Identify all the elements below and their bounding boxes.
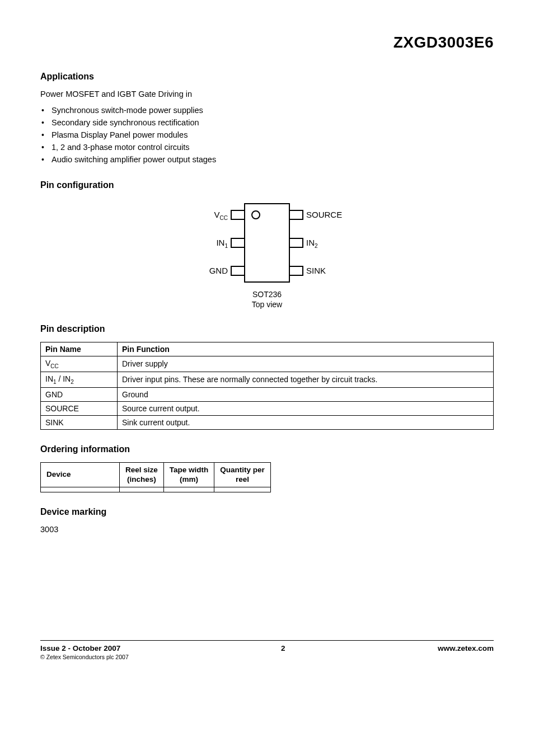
ordering-col-device: Device [41, 462, 120, 487]
pin-config-svg: VCC IN1 GND SOURCE IN2 SINK [183, 198, 351, 288]
svg-point-1 [252, 211, 260, 219]
ordering-col-tape: Tape width(mm) [163, 462, 214, 487]
svg-rect-2 [231, 210, 245, 219]
applications-intro: Power MOSFET and IGBT Gate Driving in [40, 90, 494, 98]
pin-func: Driver input pins. These are normally co… [118, 372, 494, 387]
svg-rect-5 [289, 210, 303, 219]
table-row: GND Ground [41, 387, 494, 401]
marking-heading: Device marking [40, 507, 494, 517]
ordering-heading: Ordering information [40, 444, 494, 454]
svg-rect-4 [231, 266, 245, 275]
table-row [41, 487, 271, 492]
list-item: Synchronous switch-mode power supplies [40, 104, 494, 116]
svg-rect-3 [231, 238, 245, 247]
footer-issue: Issue 2 - October 2007 [40, 644, 129, 652]
pin-label-source: SOURCE [306, 210, 342, 219]
svg-rect-7 [289, 266, 303, 275]
svg-text:VCC: VCC [214, 210, 228, 221]
pin-func: Driver supply [118, 356, 494, 372]
footer-page-number: 2 [281, 644, 285, 652]
table-row: IN1 / IN2 Driver input pins. These are n… [41, 372, 494, 387]
list-item: Audio switching amplifier power output s… [40, 153, 494, 166]
ordering-cell [120, 487, 164, 492]
pin-desc-heading: Pin description [40, 324, 494, 334]
list-item: Plasma Display Panel power modules [40, 129, 494, 141]
svg-rect-6 [289, 238, 303, 247]
ordering-col-reel: Reel size(inches) [120, 462, 164, 487]
svg-rect-0 [245, 204, 289, 282]
pin-desc-table: Pin Name Pin Function VCC Driver supply … [40, 342, 494, 430]
ordering-cell [41, 487, 120, 492]
pin-desc-col2: Pin Function [118, 342, 494, 356]
pin-func: Ground [118, 387, 494, 401]
table-row: SOURCE Source current output. [41, 401, 494, 415]
svg-text:IN1: IN1 [216, 238, 228, 249]
table-row: VCC Driver supply [41, 356, 494, 372]
svg-text:IN2: IN2 [306, 238, 318, 249]
pin-label-in1: IN [216, 238, 224, 247]
pin-name: GND [41, 387, 118, 401]
pin-config-diagram: VCC IN1 GND SOURCE IN2 SINK SOT236 Top v… [183, 198, 351, 309]
pin-config-caption2: Top view [183, 300, 351, 310]
part-number: ZXGD3003E6 [40, 34, 494, 51]
page-footer: Issue 2 - October 2007 © Zetex Semicondu… [40, 644, 494, 660]
pin-func: Source current output. [118, 401, 494, 415]
pin-desc-col1: Pin Name [41, 342, 118, 356]
pin-label-vcc: V [214, 210, 220, 219]
pin-config-caption1: SOT236 [183, 290, 351, 300]
pin-config-heading: Pin configuration [40, 180, 494, 190]
list-item: Secondary side synchronous rectification [40, 116, 494, 129]
list-item: 1, 2 and 3-phase motor control circuits [40, 141, 494, 153]
footer-copyright: © Zetex Semiconductors plc 2007 [40, 654, 129, 660]
applications-heading: Applications [40, 72, 494, 82]
footer-url: www.zetex.com [438, 644, 494, 652]
pin-label-gnd: GND [209, 266, 228, 275]
ordering-cell [163, 487, 214, 492]
marking-code: 3003 [40, 525, 494, 534]
table-row: SINK Sink current output. [41, 415, 494, 429]
ordering-col-qty: Quantity perreel [214, 462, 271, 487]
pin-label-sink: SINK [306, 266, 326, 275]
footer-divider [40, 640, 494, 641]
pin-name: IN1 / IN2 [41, 372, 118, 387]
table-row: Pin Name Pin Function [41, 342, 494, 356]
pin-name: VCC [41, 356, 118, 372]
pin-name: SINK [41, 415, 118, 429]
pin-name: SOURCE [41, 401, 118, 415]
table-row: Device Reel size(inches) Tape width(mm) … [41, 462, 271, 487]
pin-label-in2: IN [306, 238, 315, 247]
ordering-table: Device Reel size(inches) Tape width(mm) … [40, 462, 271, 492]
pin-func: Sink current output. [118, 415, 494, 429]
ordering-cell [214, 487, 271, 492]
applications-list: Synchronous switch-mode power supplies S… [40, 104, 494, 166]
